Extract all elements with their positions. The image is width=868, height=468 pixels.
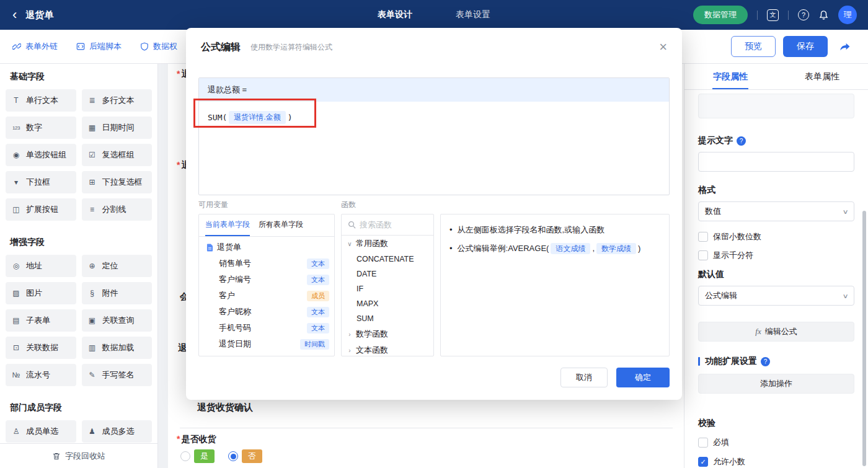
back-icon[interactable]: ‹ (12, 8, 17, 22)
toolbar-link-label: 数据权 (153, 41, 177, 52)
variable-row[interactable]: 客户成员 (199, 288, 334, 304)
formula-editor[interactable]: 退款总额 = SUM( 退货详情.金额 ) (198, 77, 670, 195)
field-location[interactable]: ⊕定位 (82, 255, 153, 277)
keep-decimal-checkbox[interactable] (698, 232, 708, 242)
field-signature[interactable]: ✎手写签名 (82, 364, 153, 386)
field-label: 图片 (26, 288, 42, 299)
top-bar: ‹ 退货单 表单设计 表单设置 数据管理 文 ? 理 (0, 0, 868, 30)
cancel-button[interactable]: 取消 (560, 368, 608, 387)
function-item[interactable]: CONCATENATE (342, 252, 433, 267)
function-group-text[interactable]: › 文本函数 (342, 342, 433, 356)
page-title: 退货单 (25, 9, 53, 21)
formula-expression[interactable]: SUM( 退货详情.金额 ) (199, 102, 669, 133)
function-group-math[interactable]: › 数学函数 (342, 326, 433, 342)
tree-root-form[interactable]: 退货单 (199, 237, 334, 255)
field-serial-number[interactable]: №流水号 (6, 364, 76, 386)
option-yes-tag[interactable]: 是 (194, 449, 215, 463)
field-label: 成员多选 (102, 426, 135, 437)
tab-all-form-fields[interactable]: 所有表单字段 (259, 214, 303, 236)
share-icon[interactable] (839, 42, 851, 52)
function-item[interactable]: IF (342, 281, 433, 296)
edit-formula-button[interactable]: fx 编辑公式 (698, 322, 854, 342)
data-permission[interactable]: 数据权 (140, 41, 177, 52)
bell-icon[interactable] (818, 10, 829, 20)
field-multi-line-text[interactable]: ≣多行文本 (82, 89, 153, 112)
field-divider[interactable]: ≡分割线 (82, 198, 153, 221)
function-search-input[interactable]: 搜索函数 (342, 214, 433, 236)
preview-button[interactable]: 预览 (731, 36, 776, 57)
field-number[interactable]: 123数字 (6, 117, 76, 139)
field-radio-group[interactable]: ◉单选按钮组 (6, 144, 76, 166)
field-address[interactable]: ◎地址 (6, 255, 76, 277)
radio-group-icon: ◉ (11, 151, 22, 159)
help-icon[interactable]: ? (798, 9, 809, 20)
radio-yes[interactable] (180, 451, 190, 461)
add-action-button[interactable]: 添加操作 (698, 374, 854, 394)
field-multi-select[interactable]: ⊞下拉复选框 (82, 171, 153, 193)
function-item[interactable]: SUM (342, 311, 433, 326)
backend-script[interactable]: 后端脚本 (76, 41, 122, 52)
format-select[interactable]: 数值 ∨ (698, 201, 854, 221)
tab-form-properties[interactable]: 表单属性 (776, 64, 868, 89)
data-manage-button[interactable]: 数据管理 (693, 6, 748, 24)
field-data-load[interactable]: ▥数据加载 (82, 337, 153, 359)
type-badge: 成员 (307, 291, 329, 301)
default-value-select[interactable]: 公式编辑 ∨ (698, 286, 854, 306)
function-item[interactable]: DATE (342, 267, 433, 281)
tab-form-design[interactable]: 表单设计 (378, 9, 412, 20)
help-tip-1: •从左侧面板选择字段名和函数,或输入函数 (450, 223, 660, 237)
variable-row[interactable]: 手机号码文本 (199, 320, 334, 336)
group-label: 常用函数 (356, 238, 388, 249)
toolbar-link-label: 后端脚本 (89, 41, 122, 52)
field-reference-tag[interactable]: 退货详情.金额 (229, 111, 285, 124)
variable-row[interactable]: 销售单号文本 (199, 255, 334, 272)
radio-no[interactable] (228, 451, 238, 461)
field-lookup[interactable]: ▣关联查询 (82, 309, 153, 332)
required-checkbox[interactable] (698, 438, 708, 448)
thousand-separator-checkbox[interactable] (698, 250, 708, 260)
function-group-common[interactable]: ∨ 常用函数 (342, 236, 433, 252)
field-single-line-text[interactable]: T单行文本 (6, 89, 76, 112)
type-badge: 文本 (307, 258, 329, 269)
field-checkbox-group[interactable]: ☑复选框组 (82, 144, 153, 166)
section-title-enhanced: 增强字段 (10, 237, 157, 248)
language-icon[interactable]: 文 (767, 9, 779, 21)
field-extend-button[interactable]: ◫扩展按钮 (6, 198, 76, 221)
variable-row[interactable]: 客户昵称文本 (199, 304, 334, 320)
field-image[interactable]: ▨图片 (6, 282, 76, 304)
receive-options: 是 否 (180, 449, 262, 463)
tab-current-form-fields[interactable]: 当前表单字段 (205, 214, 250, 236)
type-badge: 时间戳 (300, 339, 329, 350)
tab-field-properties[interactable]: 字段属性 (684, 64, 776, 89)
field-linked-data[interactable]: ⊡关联数据 (6, 337, 76, 359)
field-datetime[interactable]: ▦日期时间 (82, 117, 153, 139)
field-attachment[interactable]: §附件 (82, 282, 153, 304)
form-external-link[interactable]: 表单外链 (12, 41, 58, 52)
fx-icon: fx (755, 327, 761, 337)
hint-text-input[interactable] (698, 152, 854, 172)
help-icon[interactable]: ? (737, 136, 746, 146)
tab-form-settings[interactable]: 表单设置 (456, 9, 490, 20)
keep-decimal-row: 保留小数位数 (698, 231, 854, 242)
document-icon (206, 244, 213, 252)
function-item[interactable]: MAPX (342, 296, 433, 311)
vertical-scrollbar[interactable] (862, 211, 866, 466)
allow-decimal-checkbox[interactable] (698, 457, 708, 467)
dialog-title: 公式编辑 (201, 41, 241, 54)
field-select[interactable]: ▾下拉框 (6, 171, 76, 193)
close-icon[interactable]: × (659, 40, 667, 54)
field-member-multi[interactable]: ♟成员多选 (82, 420, 153, 443)
field-member-single[interactable]: ♙成员单选 (6, 420, 76, 443)
field-label: 下拉框 (26, 177, 50, 188)
variable-row[interactable]: 退货日期时间戳 (199, 336, 334, 352)
save-button[interactable]: 保存 (783, 36, 828, 57)
option-no-tag[interactable]: 否 (242, 449, 262, 463)
confirm-button[interactable]: 确定 (616, 368, 670, 387)
variable-row[interactable]: 客户编号文本 (199, 272, 334, 288)
field-subform[interactable]: ▤子表单 (6, 309, 76, 332)
help-icon[interactable]: ? (761, 357, 770, 366)
field-recycle-bin[interactable]: 字段回收站 (0, 443, 157, 468)
field-name-box[interactable] (698, 94, 854, 118)
avatar[interactable]: 理 (838, 6, 857, 24)
member-single-icon: ♙ (11, 427, 22, 436)
